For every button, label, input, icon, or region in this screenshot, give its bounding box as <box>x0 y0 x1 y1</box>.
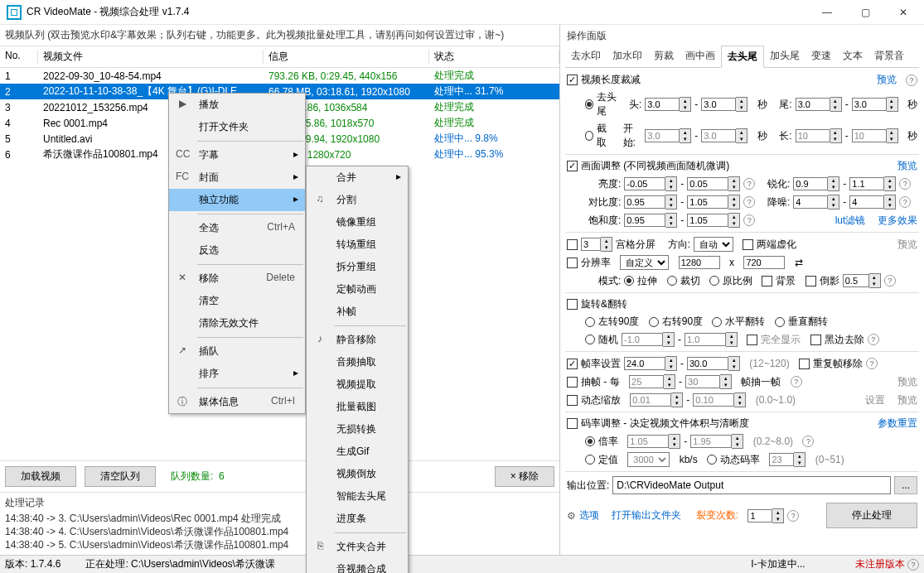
menu-item[interactable]: 清空 <box>169 290 305 312</box>
tab-7[interactable]: 文本 <box>837 46 868 67</box>
help-icon[interactable]: ? <box>906 75 917 86</box>
menu-item[interactable]: CC字幕▸ <box>169 144 305 166</box>
sat2-input[interactable] <box>687 214 728 227</box>
context-submenu[interactable]: 合并▸♫分割镜像重组转场重组拆分重组定帧动画补帧♪静音移除音频抽取视频提取批量截… <box>306 166 409 573</box>
menu-item[interactable]: ♪静音移除 <box>307 329 408 351</box>
help-icon[interactable]: ? <box>868 334 879 345</box>
rate-reset-link[interactable]: 参数重置 <box>878 417 917 431</box>
stop-button[interactable]: 停止处理 <box>826 503 917 528</box>
help-icon[interactable]: ? <box>866 358 878 369</box>
trim-cut-radio[interactable] <box>585 131 593 141</box>
maximize-button[interactable]: ▢ <box>846 0 884 25</box>
menu-item[interactable]: 生成Gif <box>307 441 408 463</box>
repeat-checkbox[interactable] <box>799 359 810 369</box>
hflip-radio[interactable] <box>712 317 722 327</box>
frame2-input[interactable] <box>685 375 720 388</box>
help-icon[interactable]: ? <box>802 436 814 447</box>
lut-link[interactable]: lut滤镜 <box>835 214 866 228</box>
frame-checkbox[interactable] <box>567 377 578 388</box>
close-button[interactable]: ✕ <box>884 0 922 25</box>
dyn-radio[interactable] <box>707 455 717 465</box>
head2-input[interactable] <box>701 98 736 111</box>
s1-input[interactable] <box>645 129 680 142</box>
menu-item[interactable]: 智能去头尾 <box>307 485 408 508</box>
orig-radio[interactable] <box>709 276 719 286</box>
adjust-checkbox[interactable] <box>567 161 578 171</box>
context-menu[interactable]: ▶播放打开文件夹CC字幕▸FC封面▸独立功能▸全选Ctrl+A反选✕移除Dele… <box>168 93 306 414</box>
tab-8[interactable]: 背景音 <box>868 46 910 67</box>
bright1-input[interactable] <box>624 177 665 190</box>
fps1-input[interactable] <box>624 357 665 370</box>
menu-item[interactable]: 无损转换 <box>307 418 408 441</box>
menu-item[interactable]: FC封面▸ <box>169 166 305 189</box>
mirror-v-input[interactable] <box>843 274 869 287</box>
menu-item[interactable]: ▶播放 <box>169 94 305 116</box>
menu-item[interactable]: 批量截图 <box>307 396 408 418</box>
zoom2-input[interactable] <box>693 393 734 407</box>
fps-checkbox[interactable] <box>567 359 578 369</box>
l1-input[interactable] <box>796 129 830 142</box>
sharp2-input[interactable] <box>849 177 884 190</box>
menu-item[interactable]: 合并▸ <box>307 166 408 189</box>
rate-checkbox[interactable] <box>567 418 578 429</box>
rand1-input[interactable] <box>622 333 663 346</box>
menu-item[interactable]: 清除无效文件 <box>169 312 305 335</box>
l2-input[interactable] <box>852 129 887 142</box>
col-status[interactable]: 状态 <box>429 50 559 64</box>
ratio2-input[interactable] <box>690 435 732 448</box>
crop-radio[interactable] <box>667 276 677 286</box>
tab-6[interactable]: 变速 <box>805 46 837 67</box>
menu-item[interactable]: ⎘文件夹合并 <box>307 536 408 558</box>
noise2-input[interactable] <box>849 195 884 209</box>
rand-radio[interactable] <box>585 335 595 344</box>
help-icon[interactable]: ? <box>743 178 755 190</box>
more-fx-link[interactable]: 更多效果 <box>878 214 917 228</box>
menu-item[interactable]: 定帧动画 <box>307 278 408 301</box>
sat1-input[interactable] <box>624 214 665 227</box>
menu-item[interactable]: ⓘ媒体信息Ctrl+I <box>169 391 305 413</box>
fixed-select[interactable]: 3000 <box>627 452 670 467</box>
res-checkbox[interactable] <box>567 258 578 268</box>
help-icon[interactable]: ? <box>899 178 911 190</box>
s2-input[interactable] <box>701 129 736 142</box>
menu-item[interactable]: ♫分割 <box>307 189 408 211</box>
border-checkbox[interactable] <box>810 335 821 345</box>
help-icon[interactable]: ? <box>743 214 755 226</box>
help-icon[interactable]: ? <box>743 196 755 208</box>
minimize-button[interactable]: ― <box>808 0 846 25</box>
menu-item[interactable]: 视频提取 <box>307 373 408 396</box>
vflip-radio[interactable] <box>775 317 785 327</box>
remove-button[interactable]: × 移除 <box>495 466 554 487</box>
head1-input[interactable] <box>645 98 680 111</box>
output-path-input[interactable] <box>612 476 891 494</box>
menu-item[interactable]: 全选Ctrl+A <box>169 217 305 239</box>
res-select[interactable]: 自定义 <box>620 255 669 270</box>
frame-preview-link[interactable]: 预览 <box>897 375 917 389</box>
trim-checkbox[interactable] <box>567 75 578 85</box>
swap-icon[interactable]: ⇄ <box>795 257 803 268</box>
zoom-set-link[interactable]: 设置 <box>865 393 885 407</box>
clear-queue-button[interactable]: 清空队列 <box>85 466 156 487</box>
rotate-checkbox[interactable] <box>567 299 578 310</box>
rand2-input[interactable] <box>685 333 726 346</box>
tab-4[interactable]: 去头尾 <box>721 46 764 68</box>
grid-dir-select[interactable]: 自动 <box>694 237 733 252</box>
tab-0[interactable]: 去水印 <box>565 46 607 67</box>
zoom-checkbox[interactable] <box>567 395 578 406</box>
options-link[interactable]: 选项 <box>579 508 599 522</box>
mirror-checkbox[interactable] <box>805 276 816 286</box>
grid-virt-checkbox[interactable] <box>743 239 753 250</box>
menu-item[interactable]: 反选 <box>169 239 305 262</box>
trim-head-radio[interactable] <box>585 99 593 109</box>
menu-item[interactable]: 独立功能▸ <box>169 189 305 211</box>
split-input[interactable] <box>747 509 772 522</box>
res-w-input[interactable] <box>679 256 720 269</box>
col-no[interactable]: No. <box>0 50 38 64</box>
help-icon[interactable]: ? <box>791 376 802 388</box>
help-icon[interactable]: ? <box>899 196 911 208</box>
bright2-input[interactable] <box>687 177 728 190</box>
browse-button[interactable]: ... <box>894 476 917 494</box>
stretch-radio[interactable] <box>624 276 634 286</box>
help-icon[interactable]: ? <box>787 510 799 522</box>
menu-item[interactable]: 视频倒放 <box>307 463 408 485</box>
